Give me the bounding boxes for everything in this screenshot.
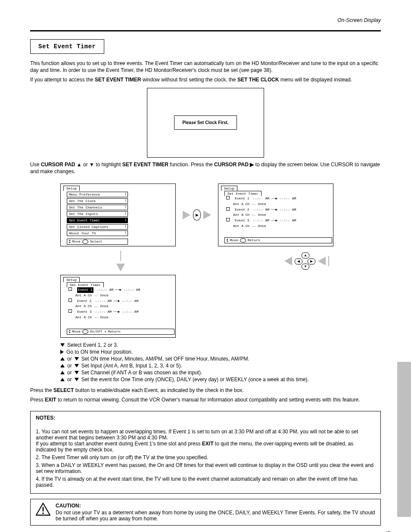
connector-arrow: ▶ [183,209,211,221]
caution-box: CAUTION: Do not use your TV as a deterre… [30,499,381,526]
oval-icon [240,238,246,243]
checkbox-icon [226,196,230,199]
osd-screen-setup: Setup Menu Preference⟩Set The Clock⟩Set … [60,184,176,246]
event-time: --:-- AM ──▶ --:-- AM [253,196,296,202]
text: or [67,370,72,376]
osd-event-details: Ant A Ch -- Once [233,202,330,207]
legend: Select Event 1, 2 or 3.Go to ON time Hou… [60,342,381,383]
text: or [83,162,89,168]
text: Use [30,162,41,168]
event-label: Event 2 [235,207,249,213]
down-arrow-icon [60,343,65,347]
text-bold: EXIT [45,397,56,403]
osd-subtab: Set Event Timer [224,191,262,196]
text-bold: EXIT [202,441,214,447]
osd-event-row: Event 2--:-- AM ──▶ --:-- AM [68,299,173,304]
legend-text: Set the event for One Time only (ONCE), … [81,376,309,383]
legend-row: orSet the event for One Time only (ONCE)… [60,376,381,383]
text-bold: CURSOR PAD ▶ [214,162,254,168]
text: window without first setting the clock, … [143,77,237,83]
oval-icon [82,240,88,244]
paragraph-exit: Press EXIT to return to normal viewing. … [30,396,381,403]
legend-row: orSet ON time Hour, Minutes, AM/PM, set … [60,356,381,362]
chevron-right-icon: ⟩ [125,218,127,222]
notes-title: NOTES: [36,415,375,421]
osd-footer: ▲▼ Move Select [67,239,128,245]
osd-menu-item: Set The Clock⟩ [67,198,128,204]
divider [30,30,381,31]
legend-row: Go to ON time Hour position. [60,349,381,355]
text: button to enable/disable each Event, as … [75,387,244,393]
chevron-right-icon: ⟩ [125,212,127,215]
legend-text: Go to ON time Hour position. [66,349,133,355]
legend-text: Set Channel (if ANT A or B was chosen as… [81,370,202,376]
text: Move [72,330,81,333]
note-3: 3. When a DAILY or WEEKLY event has pass… [36,462,375,474]
osd-screen-event-timer: Setup Set Event Timer Event 1--:-- AM ──… [218,184,333,246]
note-1: 1. You can not set events to happen at o… [36,423,375,453]
legend-text: Set Input (Ant A, Ant B, Input 1, 2, 3, … [81,363,182,369]
osd-footer: ▲▼ Move Return [224,237,332,243]
legend-row: orSet Channel (if ANT A or B was chosen … [60,370,381,376]
clock-warning-frame: Please Set Clock First. [147,88,264,158]
osd-event-details: Ant A Ch -- Once [75,315,173,320]
up-arrow-icon [60,371,65,374]
osd-event-details: Ant A Ch -- Once [233,224,330,229]
text: function. Press the [170,162,214,168]
osd-event-details: Ant A Ch -- Once [233,212,330,218]
text: or [67,356,72,362]
text: Move [72,240,81,243]
event-label: Event 3 [77,309,92,315]
osd-menu-item: About Your TV⟩ [67,230,128,236]
event-label: Event 3 [235,218,249,224]
remote-left-icon: ◀ [295,258,302,264]
text: Move [230,238,238,242]
chevron-right-icon: ⟩ [125,199,127,202]
warning-icon [36,503,50,517]
text: On/Off [90,330,103,333]
osd-menu-item: Menu Preference⟩ [67,192,128,197]
event-label: Event 1 [77,287,93,293]
text-bold: SELECT [53,387,74,393]
osd-event-row: Event 1--:-- AM ──▶ --:-- AM [226,196,330,202]
osd-tab: Setup [221,186,237,191]
osd-footer: ▲▼ Move On/Off ◂ Return [67,329,174,335]
osd-tab: Setup [63,186,80,191]
checkbox-icon [226,207,230,211]
event-time: --:-- AM ──▶ --:-- AM [95,309,139,315]
connector-line [328,256,329,266]
svg-point-2 [42,513,44,514]
text: Press the [30,387,53,393]
text-bold: SET EVENT TIMER [122,162,168,168]
osd-screen-event-timer-selected: Setup Set Event Timer Event 1--:-- AM ──… [60,275,176,338]
arrow-left-icon [284,257,292,265]
intro-paragraph-1: This function allows you to set up to th… [30,60,381,74]
intro-paragraph-2: If you attempt to access the SET EVENT T… [30,76,381,83]
event-time: --:-- AM ──▶ --:-- AM [253,218,296,224]
osd-event-row: Event 3--:-- AM ──▶ --:-- AM [68,309,173,315]
legend-row: Select Event 1, 2 or 3. [60,342,381,348]
osd-subtab: Set Event Timer [67,282,104,287]
legend-row: orSet Input (Ant A, Ant B, Input 1, 2, 3… [60,363,381,369]
osd-event-details: Ant A Ch -- Once [75,293,173,299]
remote-down-icon: ▼ [302,264,309,270]
chevron-right-icon: ⟩ [125,231,127,235]
arrow-down-icon [116,264,125,271]
remote-right-icon: ▶ [308,258,315,264]
osd-menu-item: Set The Inputs⟩ [67,211,128,217]
text-bold: CURSOR PAD ▲ [41,162,82,168]
osd-tab: Setup [63,277,80,282]
text-bold: ▼ [89,162,94,168]
event-time: --:-- AM ──▶ --:-- AM [95,299,139,304]
text: or [67,363,72,369]
caution-title: CAUTION: [56,503,375,509]
arrow-right-icon [183,211,190,219]
arrow-right-icon [203,211,211,219]
updown-icon: ▲▼ [227,238,228,243]
text: Return [248,238,260,242]
checkbox-icon [226,218,230,221]
legend-text: Set ON time Hour, Minutes, AM/PM, set OF… [81,356,249,362]
text: to highlight [96,162,122,168]
paragraph-select: Press the SELECT button to enable/disabl… [30,387,381,394]
oval-icon [82,330,88,334]
